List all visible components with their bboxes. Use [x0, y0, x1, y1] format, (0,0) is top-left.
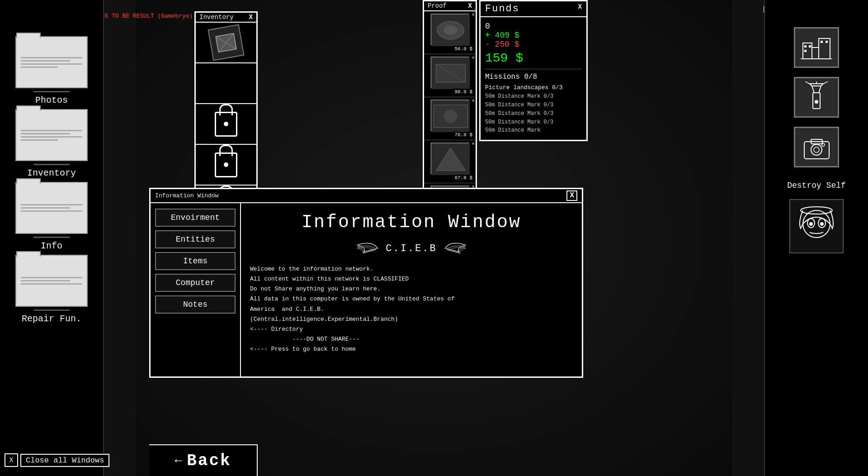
svg-point-41 — [809, 222, 813, 226]
back-button[interactable]: ← Back — [149, 444, 258, 476]
proof-slot-close-3[interactable]: × — [472, 98, 475, 104]
info-titlebar-text: Information Window — [155, 192, 218, 199]
inventory-close-button[interactable]: X — [249, 14, 253, 21]
mission-item-5: 50m Distance Mark 0/3 — [485, 119, 582, 126]
svg-rect-21 — [804, 50, 807, 52]
flashlight-icon — [803, 81, 830, 113]
svg-point-35 — [814, 147, 819, 152]
repair-folder-icon — [15, 255, 88, 307]
sidebar-item-info[interactable]: Info — [11, 182, 92, 251]
inventory-slot-3 — [196, 104, 256, 145]
back-label: Back — [187, 452, 231, 470]
inventory-slot-2[interactable] — [196, 63, 256, 104]
mission-item-4: 50m Distance Mark 0/3 — [485, 110, 582, 118]
funds-divider — [485, 69, 582, 69]
proof-slot-close-4[interactable]: × — [472, 141, 475, 147]
info-label: Info — [41, 241, 62, 251]
nav-btn-computer[interactable]: Computer — [155, 274, 236, 292]
proof-slot-2[interactable]: × 90.0 $ — [424, 54, 476, 97]
proof-image-2 — [431, 57, 469, 88]
info-nav: Envoirment Entities Items Computer Notes — [151, 203, 241, 377]
proof-slot-close-2[interactable]: × — [472, 55, 475, 61]
funds-base-value: 0 — [485, 22, 582, 31]
svg-rect-19 — [804, 45, 807, 48]
camera-icon — [802, 135, 831, 160]
info-body-text: Welcome to the information network. All … — [250, 264, 573, 354]
info-content: Information Window C.I.E.B Welcome to th… — [241, 203, 582, 377]
folder-line — [21, 139, 58, 141]
right-tool-flashlight[interactable] — [794, 77, 839, 118]
sidebar-divider — [33, 91, 70, 92]
proof-close-button[interactable]: X — [468, 2, 472, 10]
proof-slot-3[interactable]: × 76.0 $ — [424, 97, 476, 140]
svg-rect-23 — [826, 41, 828, 43]
info-folder-icon — [15, 182, 88, 234]
folder-line — [21, 60, 70, 62]
repair-label: Repair Fun. — [22, 314, 81, 324]
svg-rect-18 — [819, 38, 830, 59]
info-body: Envoirment Entities Items Computer Notes… — [151, 203, 582, 377]
photos-folder-icon — [15, 36, 88, 88]
folder-line — [21, 130, 82, 131]
destroy-avatar[interactable] — [789, 199, 844, 253]
nav-btn-envoirment[interactable]: Envoirment — [155, 209, 236, 227]
folder-line — [21, 57, 82, 58]
proof-price-1: 56.0 $ — [453, 46, 474, 52]
lock-icon-slot3 — [215, 112, 237, 137]
back-arrow-icon: ← — [175, 454, 182, 468]
nav-btn-items[interactable]: Items — [155, 252, 236, 270]
inventory-folder-icon — [15, 109, 88, 161]
nav-btn-notes[interactable]: Notes — [155, 295, 236, 314]
proof-image-3 — [431, 100, 469, 131]
missions-header: Missions 0/8 — [485, 73, 582, 81]
folder-line — [21, 283, 82, 285]
sidebar-item-inventory[interactable]: Inventory — [11, 109, 92, 178]
proof-slot-1[interactable]: × 56.0 $ — [424, 11, 476, 54]
inventory-titlebar: Inventory X — [196, 13, 256, 23]
funds-window: Funds X 0 + 409 $ - 250 $ 159 $ Missions… — [479, 0, 588, 141]
inventory-item — [208, 24, 244, 61]
photos-label: Photos — [35, 95, 68, 105]
left-sidebar: Photos Inventory Info — [0, 0, 104, 476]
svg-marker-27 — [810, 84, 823, 86]
funds-title: Funds — [485, 3, 519, 14]
folder-line — [21, 63, 82, 65]
funds-plus-value: + 409 $ — [485, 31, 582, 40]
proof-titlebar: Proof X — [424, 1, 476, 11]
svg-point-31 — [815, 100, 818, 104]
svg-rect-22 — [821, 41, 823, 43]
cieb-text-logo: C.I.E.B — [386, 243, 437, 254]
funds-body: 0 + 409 $ - 250 $ 159 $ Missions 0/8 Pic… — [481, 17, 586, 140]
info-titlebar: Information Window X — [151, 189, 582, 203]
proof-image-4 — [431, 143, 469, 174]
right-tool-buildings[interactable] — [794, 27, 839, 68]
lock-dot — [224, 122, 228, 126]
info-close-button[interactable]: X — [566, 190, 577, 201]
folder-line — [21, 207, 70, 209]
right-tool-camera[interactable] — [794, 127, 839, 167]
inventory-label: Inventory — [27, 168, 76, 178]
sidebar-item-repair[interactable]: Repair Fun. — [11, 255, 92, 324]
close-all-x-icon: X — [5, 453, 18, 467]
folder-line — [21, 204, 82, 205]
close-all-label: Close all Windows — [20, 454, 109, 467]
proof-price-3: 76.0 $ — [453, 132, 474, 138]
sidebar-item-photos[interactable]: Photos — [11, 36, 92, 105]
proof-slot-4[interactable]: × 67.0 $ — [424, 140, 476, 183]
inventory-slot-4 — [196, 145, 256, 186]
funds-close-button[interactable]: X — [578, 3, 582, 14]
svg-line-30 — [822, 81, 828, 85]
inventory-slot-1[interactable] — [196, 23, 256, 63]
nav-btn-entities[interactable]: Entities — [155, 230, 236, 248]
mission-item-1: Picture landscapes 0/3 — [485, 84, 582, 92]
lock-icon — [215, 152, 237, 177]
info-window-title: Information Window — [302, 212, 521, 233]
close-all-windows-button[interactable]: X Close all Windows — [5, 453, 109, 467]
folder-line — [21, 277, 82, 278]
lock-icon — [215, 112, 237, 137]
right-sidebar: Destroy Self — [764, 0, 868, 476]
proof-slot-close-1[interactable]: × — [472, 12, 475, 18]
svg-rect-17 — [812, 48, 819, 59]
mission-item-6: 50m Distance Mark — [485, 127, 582, 134]
folder-line — [21, 136, 82, 138]
